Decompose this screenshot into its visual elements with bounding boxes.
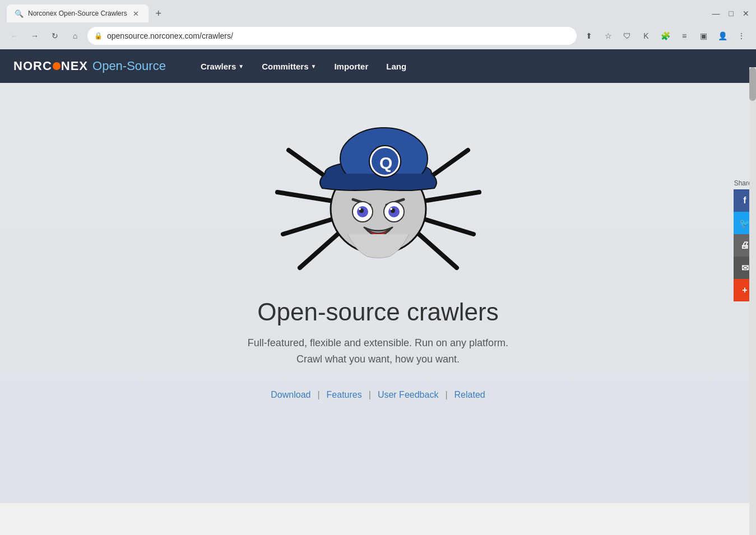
bookmark-icon[interactable]: ☆ — [600, 28, 616, 44]
address-bar[interactable]: 🔒 opensource.norconex.com/crawlers/ — [87, 27, 577, 45]
hero-title: Open-source crawlers — [257, 298, 498, 326]
spider-illustration: Q — [261, 105, 496, 285]
facebook-icon: f — [743, 196, 746, 206]
user-feedback-link[interactable]: User Feedback — [378, 390, 439, 400]
forward-button[interactable]: → — [27, 28, 43, 44]
browser-chrome: 🔍 Norconex Open-Source Crawlers ✕ + — □ … — [0, 0, 756, 49]
media-icon[interactable]: ≡ — [676, 28, 692, 44]
logo-norconex: NORCNEX — [13, 59, 88, 73]
twitter-icon: 🐦 — [739, 218, 750, 229]
svg-point-23 — [390, 208, 392, 210]
scrollbar[interactable] — [749, 67, 756, 535]
more-icon: + — [742, 285, 747, 295]
nav-importer[interactable]: Importer — [326, 57, 376, 76]
nav-crawlers-label: Crawlers — [201, 62, 236, 71]
site-logo[interactable]: NORCNEX Open-Source — [13, 59, 166, 73]
nav-crawlers[interactable]: Crawlers ▼ — [193, 57, 252, 76]
home-button[interactable]: ⌂ — [67, 28, 83, 44]
active-tab[interactable]: 🔍 Norconex Open-Source Crawlers ✕ — [7, 4, 149, 22]
close-button[interactable]: ✕ — [743, 9, 749, 18]
nav-committers-label: Committers — [262, 62, 308, 71]
address-bar-row: ← → ↻ ⌂ 🔒 opensource.norconex.com/crawle… — [0, 22, 756, 49]
logo-opensource: Open-Source — [92, 59, 166, 73]
svg-text:Q: Q — [379, 153, 392, 172]
nav-lang[interactable]: Lang — [378, 57, 414, 76]
shield-icon[interactable]: 🛡 — [619, 28, 635, 44]
reload-button[interactable]: ↻ — [47, 28, 63, 44]
user-icon[interactable]: K — [638, 28, 654, 44]
tab-title: Norconex Open-Source Crawlers — [28, 10, 127, 17]
tab-favicon: 🔍 — [15, 10, 24, 18]
url-text: opensource.norconex.com/crawlers/ — [107, 31, 233, 40]
hero-subtitle-line1: Full-featured, flexible and extensible. … — [248, 335, 508, 351]
crawlers-dropdown-arrow: ▼ — [238, 63, 244, 69]
lock-icon: 🔒 — [94, 32, 103, 40]
separator-3: | — [445, 390, 447, 400]
print-icon: 🖨 — [740, 240, 749, 250]
main-content: Q Open-source crawlers Full — [0, 83, 756, 503]
new-tab-button[interactable]: + — [151, 6, 166, 21]
svg-point-22 — [359, 208, 361, 210]
share-page-icon[interactable]: ⬆ — [581, 28, 597, 44]
tab-close-button[interactable]: ✕ — [132, 9, 141, 18]
scrollbar-thumb[interactable] — [749, 67, 756, 101]
features-link[interactable]: Features — [327, 390, 362, 400]
toolbar-icons: ⬆ ☆ 🛡 K 🧩 ≡ ▣ 👤 ⋮ — [581, 28, 749, 44]
email-icon: ✉ — [741, 263, 749, 273]
separator-2: | — [369, 390, 371, 400]
download-link[interactable]: Download — [271, 390, 310, 400]
nav-committers[interactable]: Committers ▼ — [254, 57, 324, 76]
nav-menu: Crawlers ▼ Committers ▼ Importer Lang — [193, 57, 414, 76]
separator-1: | — [317, 390, 319, 400]
site-nav: NORCNEX Open-Source Crawlers ▼ Committer… — [0, 49, 756, 83]
hero-links: Download | Features | User Feedback | Re… — [271, 390, 485, 400]
committers-dropdown-arrow: ▼ — [311, 63, 317, 69]
hero-subtitle: Full-featured, flexible and extensible. … — [248, 335, 508, 367]
split-view-icon[interactable]: ▣ — [695, 28, 711, 44]
back-button[interactable]: ← — [7, 28, 22, 44]
related-link[interactable]: Related — [454, 390, 485, 400]
restore-button[interactable]: □ — [729, 9, 734, 18]
minimize-button[interactable]: — — [712, 9, 720, 18]
nav-importer-label: Importer — [334, 62, 368, 71]
profile-icon[interactable]: 👤 — [715, 28, 730, 44]
puzzle-icon[interactable]: 🧩 — [657, 28, 673, 44]
menu-icon[interactable]: ⋮ — [734, 28, 749, 44]
title-bar: 🔍 Norconex Open-Source Crawlers ✕ + — □ … — [0, 0, 756, 22]
nav-lang-label: Lang — [386, 62, 406, 71]
window-controls: — □ ✕ — [712, 9, 749, 18]
hero-subtitle-line2: Crawl what you want, how you want. — [248, 351, 508, 367]
